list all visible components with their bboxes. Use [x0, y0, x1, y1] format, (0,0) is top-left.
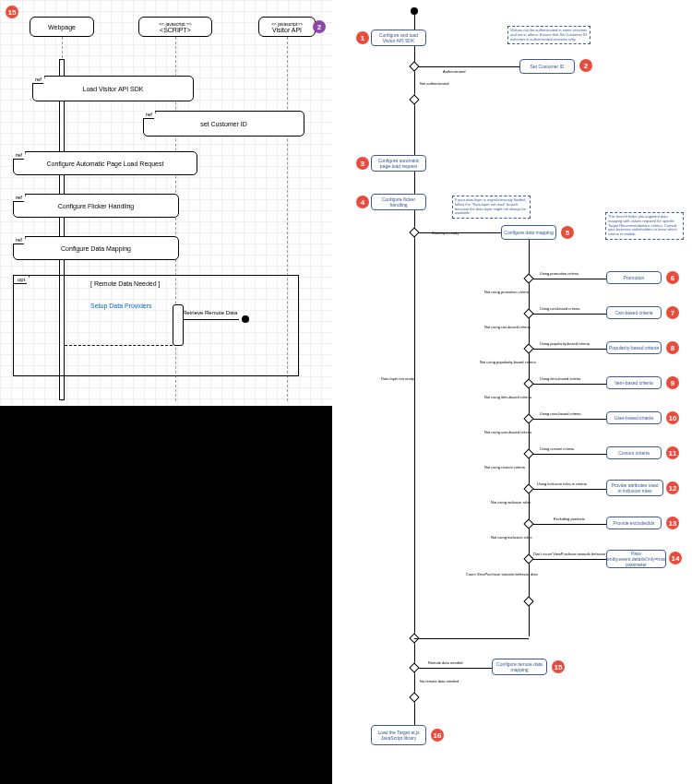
label-not-auth: Not authenticated [420, 81, 448, 86]
label-not-user: Not using user-based criteria [484, 430, 531, 434]
node-inclusion-attrs: Provide attributes used in inclusion rul… [606, 480, 663, 496]
flow-line [418, 668, 492, 669]
badge-1: 1 [356, 31, 369, 44]
lifeline-label: Webpage [48, 24, 76, 30]
label-not-pop: Not using popularity-based criteria [480, 360, 536, 364]
sequence-diagram-panel: 15 Webpage << javascript >> <SCRIPT> << … [0, 0, 332, 406]
label-using-user: Using user-based criteria [540, 411, 580, 416]
badge-9: 9 [666, 376, 679, 389]
ref-label: Configure Automatic Page Load Request [47, 160, 164, 167]
node-auto-page-load: Configure automatic page-load request [371, 155, 426, 172]
lifeline-label: <SCRIPT> [160, 27, 191, 33]
badge-16: 16 [431, 729, 444, 742]
ref-label: set Customer ID [200, 121, 247, 127]
ref-tag: ref [13, 194, 26, 202]
node-custom-criteria: Custom criteria [606, 446, 662, 459]
badge-8: 8 [666, 341, 679, 354]
start-node [411, 7, 418, 15]
badge-2-api: 2 [313, 20, 326, 33]
criteria-line [529, 240, 530, 636]
lifeline-label: Visitor API [272, 27, 302, 33]
ref-tag: ref [13, 151, 26, 160]
ref-set-customer: ref set Customer ID [143, 111, 304, 137]
label-not-incl: Not using inclusion rules [491, 500, 531, 505]
badge-5: 5 [561, 226, 574, 239]
note-data-layer: If your data layer is asynchronously loa… [452, 196, 531, 219]
opt-tag: opt [13, 275, 30, 284]
badge-15-left: 15 [6, 6, 18, 18]
ref-tag: ref [143, 111, 156, 119]
ref-tag: ref [32, 76, 45, 84]
label-no-remote: No remote data needed [420, 679, 459, 683]
ref-tag: ref [13, 236, 26, 244]
lifeline-script: << javascript >> <SCRIPT> [138, 17, 212, 37]
merge-criteria [523, 596, 533, 606]
badge-15: 15 [552, 660, 565, 673]
terminal-dot [242, 315, 249, 323]
label-using-item: Using item-based criteria [540, 376, 580, 381]
retrieve-label: Retrieve Remote Data [183, 310, 237, 315]
flow-line [532, 454, 606, 455]
badge-12: 12 [666, 481, 679, 494]
flow-line [532, 524, 606, 525]
lifeline-visitor-api: << javascript>> Visitor API [258, 17, 316, 37]
node-user-criteria: User-based criteria [606, 411, 662, 424]
badge-14: 14 [669, 552, 682, 564]
merge-auth [409, 94, 419, 104]
label-using-custom: Using custom criteria [540, 446, 574, 451]
ref-label: Configure Data Mapping [61, 245, 131, 252]
flow-line [414, 638, 529, 639]
badge-6: 6 [666, 271, 679, 284]
flow-line [532, 314, 606, 315]
label-using-incl: Using inclusion rules in criteria [537, 481, 587, 486]
ref-data-map: ref Configure Data Mapping [13, 236, 179, 260]
label-authenticated: Authenticated [443, 69, 465, 74]
opt-guard: [ Remote Data Needed ] [90, 280, 161, 287]
node-cart-criteria: Cart-based criteria [606, 306, 662, 319]
label-not-promo: Not using promotion criteria [484, 290, 530, 294]
node-data-mapping: Configure data mapping [501, 225, 556, 240]
label-data-not-ready: Data layer not ready [381, 376, 414, 381]
lifeline-webpage: Webpage [30, 17, 94, 37]
activity-diagram-panel: Configure and load Visitor API SDK 1 Aut… [332, 0, 692, 784]
label-excl: Excluding products [554, 517, 585, 521]
arrow-retrieve [184, 319, 239, 320]
node-item-criteria: Item-based criteria [606, 376, 662, 389]
node-popularity-criteria: Popularity-based criteria [606, 341, 662, 354]
badge-4: 4 [356, 196, 369, 208]
ref-label: Load Visitor API SDK [82, 86, 143, 92]
flow-line [418, 232, 501, 233]
label-not-custom: Not using custom criteria [484, 465, 525, 469]
label-not-excl: Not using exclusion rules [491, 535, 531, 540]
note-branch: This branch helps you augment data mappi… [605, 212, 684, 240]
flow-line [532, 489, 606, 490]
node-flicker: Configure flicker handling [371, 194, 426, 210]
ref-auto-page: ref Configure Automatic Page Load Reques… [13, 151, 197, 175]
setup-data-providers-link[interactable]: Setup Data Providers [90, 303, 152, 309]
label-dont-count: Don't count ViewPurchase towards behavio… [533, 552, 614, 556]
flow-line [532, 279, 606, 279]
badge-7: 7 [666, 306, 679, 319]
flow-line [532, 349, 606, 350]
label-count: Count ViewPurchase towards behavior data [466, 572, 538, 576]
flow-line [418, 66, 519, 67]
return-arrow [65, 345, 173, 346]
node-load-atjs: Load the Target at.js JavaScript library [371, 725, 426, 745]
label-not-cart: Not using cart-based criteria [484, 325, 531, 329]
flow-line [414, 15, 415, 725]
flow-line [532, 384, 606, 385]
note-auth: Visitors can be authenticated in some se… [507, 26, 591, 44]
ref-flicker: ref Configure Flicker Handling [13, 194, 179, 218]
label-not-item: Not using item-based criteria [484, 395, 531, 399]
badge-3: 3 [356, 157, 369, 170]
badge-10: 10 [666, 411, 679, 424]
node-excluded-ids: Provide excludedIds [606, 517, 662, 529]
label-using-pop: Using popularity-based criteria [540, 341, 590, 346]
badge-13: 13 [666, 517, 679, 529]
label-using-promo: Using promotion criteria [540, 271, 579, 276]
node-promotion: Promotion [606, 271, 662, 284]
badge-2: 2 [579, 59, 592, 72]
ref-label: Configure Flicker Handling [58, 203, 134, 209]
flow-line [532, 559, 606, 560]
merge-remote [409, 692, 419, 702]
